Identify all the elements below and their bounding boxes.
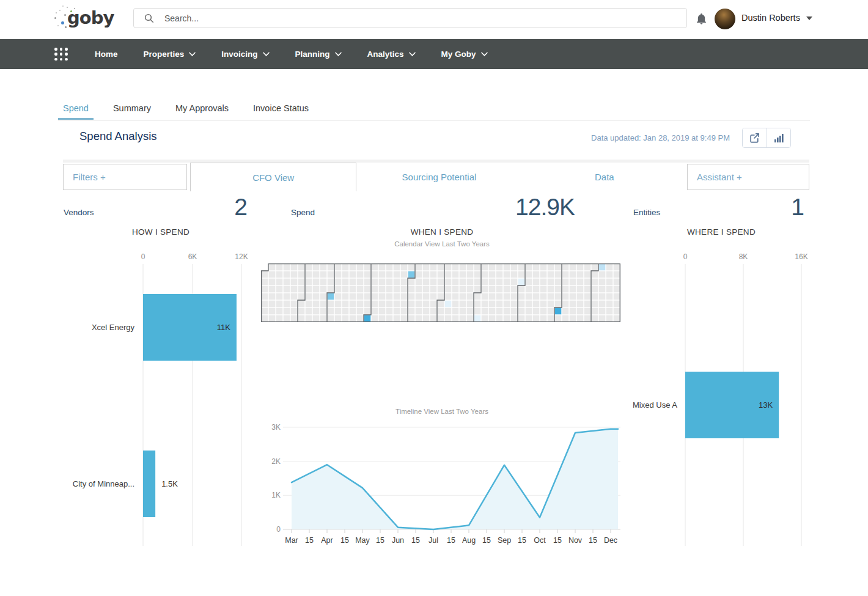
calendar-day-cell bbox=[401, 286, 408, 293]
calendar-day-cell bbox=[496, 293, 503, 300]
nav-item-my-goby[interactable]: My Goby bbox=[428, 39, 501, 69]
nav-item-analytics[interactable]: Analytics bbox=[355, 39, 428, 69]
calendar-day-cell bbox=[548, 279, 554, 285]
calendar-day-cell bbox=[379, 271, 386, 278]
global-search[interactable] bbox=[133, 8, 687, 28]
notifications-bell-icon[interactable] bbox=[695, 12, 708, 28]
x-axis-label: Nov bbox=[568, 536, 583, 545]
calendar-day-cell bbox=[328, 315, 334, 322]
app-launcher-icon[interactable] bbox=[54, 48, 68, 61]
calendar-day-cell bbox=[298, 301, 305, 307]
share-icon bbox=[749, 133, 760, 143]
calendar-day-cell bbox=[269, 293, 276, 300]
user-menu-chevron-down-icon[interactable] bbox=[806, 17, 812, 23]
nav-item-invoicing[interactable]: Invoicing bbox=[208, 39, 282, 69]
tab-my-approvals[interactable]: My Approvals bbox=[171, 98, 234, 120]
calendar-day-cell bbox=[386, 279, 393, 285]
y-axis-label: 2K bbox=[271, 457, 281, 466]
calendar-day-cell bbox=[401, 315, 408, 322]
calendar-day-cell bbox=[372, 271, 378, 278]
view-tab-data[interactable]: Data bbox=[522, 163, 687, 191]
assistant-button[interactable]: Assistant + bbox=[687, 164, 809, 190]
goby-logo[interactable]: goby bbox=[54, 5, 127, 34]
calendar-day-cell bbox=[577, 301, 584, 307]
calendar-day-highlight[interactable] bbox=[408, 271, 415, 278]
calendar-day-cell bbox=[408, 293, 415, 300]
calendar-day-highlight[interactable] bbox=[445, 301, 452, 307]
x-axis-label: 15 bbox=[447, 536, 455, 545]
where-i-spend-bar-chart[interactable]: 08K16KMixed Use A13K bbox=[633, 251, 810, 550]
axis-tick-label: 12K bbox=[235, 252, 248, 261]
chart-view-button[interactable] bbox=[767, 128, 790, 147]
search-input[interactable] bbox=[163, 13, 686, 24]
calendar-day-cell bbox=[423, 286, 430, 293]
timeline-area-chart[interactable]: 01K2K3KMar15Apr15May15Jun15Jul15Aug15Sep… bbox=[261, 421, 623, 549]
calendar-day-highlight[interactable] bbox=[599, 264, 606, 271]
nav-item-planning[interactable]: Planning bbox=[282, 39, 355, 69]
calendar-day-cell bbox=[328, 279, 334, 285]
nav-item-label: My Goby bbox=[441, 50, 476, 59]
calendar-day-cell bbox=[584, 308, 591, 315]
share-button[interactable] bbox=[743, 128, 767, 147]
calendar-day-cell bbox=[386, 264, 393, 271]
calendar-day-cell bbox=[570, 315, 576, 322]
calendar-day-cell bbox=[599, 279, 606, 285]
calendar-day-cell bbox=[276, 293, 283, 300]
calendar-day-cell bbox=[416, 301, 422, 307]
calendar-day-highlight[interactable] bbox=[474, 315, 481, 322]
x-axis-label: Aug bbox=[462, 536, 476, 545]
stat-label: Vendors bbox=[64, 208, 94, 217]
nav-item-label: Planning bbox=[295, 50, 330, 59]
how-i-spend-bar-chart[interactable]: 06K12KXcel Energy11KCity of Minneap...1.… bbox=[63, 251, 259, 550]
goby-logo-text: goby bbox=[67, 7, 114, 28]
calendar-day-cell bbox=[306, 301, 312, 307]
calendar-day-cell bbox=[423, 279, 430, 285]
header-actions bbox=[742, 128, 791, 148]
calendar-day-cell bbox=[577, 286, 584, 293]
x-axis-label: 15 bbox=[340, 536, 349, 545]
calendar-day-cell bbox=[570, 308, 576, 315]
calendar-day-cell bbox=[276, 301, 283, 307]
calendar-day-cell bbox=[357, 286, 364, 293]
x-axis-label: 15 bbox=[553, 536, 562, 545]
calendar-day-cell bbox=[511, 271, 518, 278]
calendar-day-highlight[interactable] bbox=[518, 279, 525, 285]
calendar-day-cell bbox=[372, 308, 378, 315]
user-avatar[interactable] bbox=[715, 9, 735, 29]
tab-invoice-status[interactable]: Invoice Status bbox=[248, 98, 314, 120]
calendar-day-cell bbox=[291, 264, 298, 271]
user-name[interactable]: Dustin Roberts bbox=[741, 13, 800, 23]
view-tab-cfo-view[interactable]: CFO View bbox=[190, 163, 356, 191]
calendar-day-cell bbox=[262, 271, 268, 278]
nav-item-home[interactable]: Home bbox=[82, 39, 131, 69]
nav-item-properties[interactable]: Properties bbox=[131, 39, 209, 69]
calendar-day-cell bbox=[452, 264, 459, 271]
calendar-day-cell bbox=[342, 271, 349, 278]
calendar-day-cell bbox=[284, 315, 290, 322]
calendar-day-cell bbox=[350, 301, 356, 307]
calendar-day-cell bbox=[291, 279, 298, 285]
calendar-day-cell bbox=[320, 271, 327, 278]
calendar-day-cell bbox=[511, 293, 518, 300]
tab-spend[interactable]: Spend bbox=[58, 98, 94, 120]
calendar-day-cell bbox=[313, 271, 320, 278]
spend-analysis-page: goby Dustin Roberts HomePropertiesInvoic… bbox=[0, 0, 868, 596]
calendar-day-cell bbox=[408, 286, 415, 293]
tab-summary[interactable]: Summary bbox=[108, 98, 156, 120]
calendar-day-cell bbox=[540, 293, 547, 300]
filters-button[interactable]: Filters + bbox=[63, 164, 187, 190]
calendar-day-cell bbox=[276, 315, 283, 322]
calendar-day-cell bbox=[276, 279, 283, 285]
calendar-day-highlight[interactable] bbox=[555, 308, 562, 315]
calendar-day-highlight[interactable] bbox=[364, 315, 371, 322]
calendar-day-cell bbox=[306, 286, 312, 293]
calendar-day-cell bbox=[526, 286, 532, 293]
calendar-day-cell bbox=[320, 279, 327, 285]
tab-bar: SpendSummaryMy ApprovalsInvoice Status bbox=[58, 98, 810, 120]
stat-value: 12.9K bbox=[515, 194, 575, 221]
view-tab-sourcing-potential[interactable]: Sourcing Potential bbox=[356, 163, 521, 191]
calendar-day-highlight[interactable] bbox=[328, 293, 334, 300]
calendar-day-cell bbox=[342, 293, 349, 300]
bar-city-of-minneap[interactable] bbox=[143, 451, 155, 517]
calendar-heatmap[interactable] bbox=[261, 263, 620, 323]
